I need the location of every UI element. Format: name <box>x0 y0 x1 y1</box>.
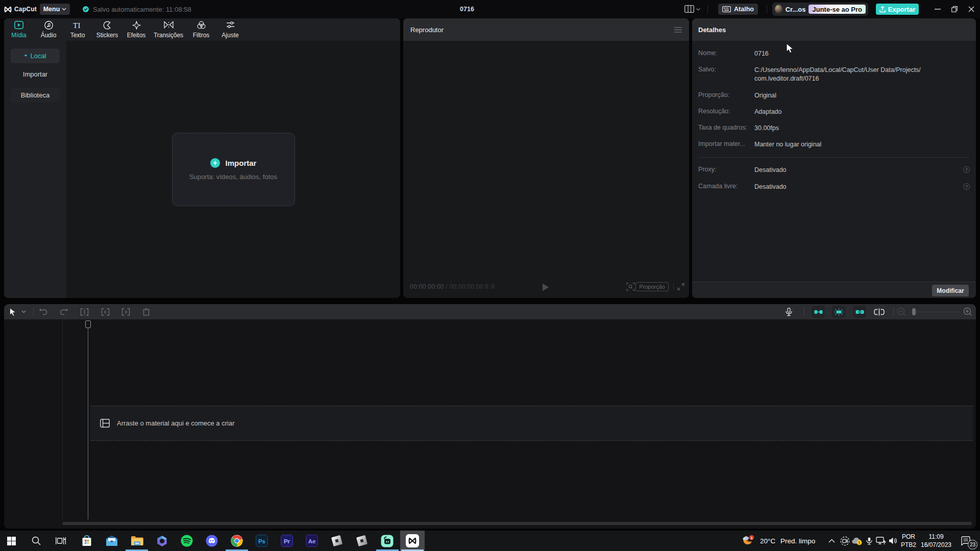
effects-icon <box>132 21 141 30</box>
timeline-horizontal-scrollbar[interactable] <box>62 522 972 525</box>
filters-icon <box>197 21 206 29</box>
shortcut-button[interactable]: Atalho <box>718 4 758 15</box>
taskbar: Ps Pr Ae 1 20°C Pred. limpo ! <box>0 531 980 551</box>
tray-chevron-up-icon[interactable] <box>824 531 839 551</box>
timecode-current: 00:00:00:00 <box>410 283 444 290</box>
details-panel: Detalhes Nome: 0716 Salvo: C:/Users/lenn… <box>692 18 976 298</box>
media-icon <box>14 21 23 29</box>
adjust-icon <box>226 21 235 29</box>
magnetic-snap-toggle[interactable] <box>812 306 825 318</box>
taskbar-icon-mail[interactable] <box>100 531 124 551</box>
account-pill[interactable]: Cr...os Junte-se ao Pro <box>772 3 868 16</box>
redo-button[interactable] <box>60 304 68 319</box>
free-layer-help-icon[interactable]: ? <box>963 183 970 190</box>
tray-clock[interactable]: 11:09 16/07/2023 <box>918 533 954 549</box>
saved-check-icon <box>83 6 89 12</box>
pro-badge[interactable]: Junte-se ao Pro <box>808 5 866 14</box>
modify-button[interactable]: Modificar <box>932 285 969 296</box>
taskbar-icon-premiere[interactable]: Pr <box>275 531 299 551</box>
layout-chevron-icon[interactable] <box>696 8 700 11</box>
taskbar-icon-after-effects[interactable]: Ae <box>300 531 324 551</box>
playhead-handle[interactable] <box>85 320 91 328</box>
transitions-icon <box>164 21 174 29</box>
details-title: Detalhes <box>698 26 726 34</box>
start-button[interactable] <box>0 531 23 551</box>
delete-left-button[interactable] <box>101 304 110 319</box>
close-button[interactable] <box>964 0 979 18</box>
taskbar-icon-discord[interactable] <box>200 531 224 551</box>
svg-text:Pr: Pr <box>284 538 290 544</box>
timeline-area[interactable]: Arraste o material aqui e comece a criar <box>4 319 976 529</box>
task-view-button[interactable] <box>49 531 72 551</box>
zoom-out-button[interactable] <box>897 304 906 319</box>
layout-switch-button[interactable] <box>684 5 694 13</box>
svg-text:1: 1 <box>750 536 753 540</box>
tab-texto[interactable]: TI Texto <box>62 20 93 40</box>
undo-button[interactable] <box>39 304 47 319</box>
capcut-taskbar-glyph <box>406 534 419 547</box>
tray-language-indicator[interactable]: POR PTB2 <box>899 533 918 549</box>
export-button[interactable]: Exportar <box>876 4 919 15</box>
details-header: Detalhes <box>692 18 976 41</box>
taskbar-icon-recorder[interactable] <box>375 531 399 551</box>
chevron-down-icon <box>62 8 66 11</box>
zoom-in-button[interactable] <box>963 304 972 319</box>
taskbar-icon-roblox-studio[interactable] <box>350 531 374 551</box>
maximize-button[interactable] <box>947 0 962 18</box>
toolbar-separator-1 <box>33 308 34 316</box>
weather-icon[interactable]: 1 <box>739 531 757 551</box>
preview-zoom-icon[interactable] <box>626 283 635 291</box>
fullscreen-icon[interactable] <box>677 283 685 291</box>
taskbar-icon-spotify[interactable] <box>175 531 199 551</box>
tab-stickers[interactable]: Stickers <box>91 20 123 40</box>
taskbar-search-icon[interactable] <box>24 531 48 551</box>
sidebar-item-biblioteca[interactable]: Biblioteca <box>11 88 60 103</box>
link-clips-toggle[interactable] <box>853 306 866 318</box>
tray-temperature[interactable]: 20°C <box>760 537 775 545</box>
taskbar-icon-store[interactable] <box>75 531 99 551</box>
svg-text:!: ! <box>859 540 860 545</box>
proxy-help-icon[interactable]: ? <box>963 166 970 173</box>
select-tool-button[interactable] <box>9 304 16 319</box>
tab-transicoes[interactable]: Transições <box>153 20 184 40</box>
tab-filtros[interactable]: Filtros <box>185 20 217 40</box>
svg-text:T: T <box>73 21 78 30</box>
delete-button[interactable] <box>142 304 150 319</box>
timeline-zoom-slider-track[interactable] <box>912 312 959 313</box>
preview-axis-button[interactable] <box>874 304 885 319</box>
record-voiceover-button[interactable] <box>786 304 792 319</box>
taskbar-icon-file-explorer[interactable] <box>125 531 149 551</box>
delete-right-button[interactable] <box>121 304 130 319</box>
tab-audio[interactable]: Áudio <box>33 20 64 40</box>
tab-efeitos[interactable]: Efeitos <box>120 20 152 40</box>
tray-volume-icon[interactable] <box>886 531 900 551</box>
avatar[interactable] <box>775 5 782 14</box>
taskbar-icon-roblox[interactable] <box>325 531 349 551</box>
titlebar: CapCut Menu Salvo automaticamente: 11:08… <box>0 0 980 18</box>
tab-ajuste[interactable]: Ajuste <box>214 20 246 40</box>
taskbar-icon-capcut[interactable] <box>401 531 424 551</box>
tray-weather-status[interactable]: Pred. limpo <box>780 537 815 545</box>
player-menu-icon[interactable] <box>674 27 682 33</box>
timeline-dropzone[interactable]: Arraste o material aqui e comece a criar <box>90 406 973 441</box>
taskbar-icon-capcut-active[interactable] <box>400 531 425 551</box>
timeline-zoom-slider-handle[interactable] <box>912 308 916 315</box>
split-button[interactable] <box>80 304 89 319</box>
account-name: Cr...os <box>786 6 806 13</box>
auto-snap-toggle[interactable] <box>832 306 845 318</box>
menu-button[interactable]: Menu <box>40 4 70 15</box>
taskbar-icon-loop[interactable] <box>150 531 174 551</box>
sidebar-item-importar[interactable]: Importar <box>11 67 60 82</box>
tab-midia[interactable]: Mídia <box>4 20 35 40</box>
taskbar-icon-photoshop[interactable]: Ps <box>250 531 274 551</box>
sidebar-item-local[interactable]: Local <box>11 48 60 63</box>
taskbar-icon-chrome[interactable] <box>225 531 249 551</box>
select-tool-chevron-icon[interactable] <box>21 304 26 319</box>
audio-icon <box>44 21 53 30</box>
ratio-button[interactable]: Proporção <box>635 282 669 291</box>
minimize-button[interactable] <box>930 0 945 18</box>
timecode-total: 00:00:00:00 <box>450 283 484 290</box>
import-dropzone[interactable]: Importar Suporta: vídeos, áudios, fotos <box>172 133 295 206</box>
play-button[interactable] <box>542 283 549 291</box>
import-card-subtitle: Suporta: vídeos, áudios, fotos <box>189 173 277 181</box>
